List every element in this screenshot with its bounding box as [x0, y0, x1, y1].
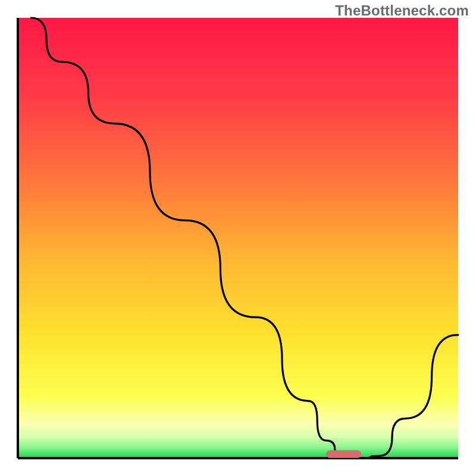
optimal-range-marker: [326, 450, 361, 458]
watermark-text: TheBottleneck.com: [335, 2, 469, 19]
bottleneck-chart: [0, 0, 476, 476]
chart-container: TheBottleneck.com: [0, 0, 476, 476]
chart-background-gradient: [18, 18, 458, 458]
